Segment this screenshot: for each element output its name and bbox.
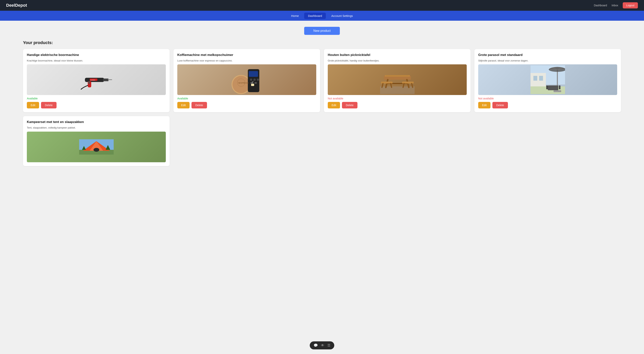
product-card-3: Houten buiten picknicktafel Grote pickni…: [324, 49, 470, 112]
product-card-5: Kampeerset met tent en slaapzakken Tent,…: [23, 116, 170, 166]
new-product-button[interactable]: New product: [304, 27, 340, 35]
drill-svg: metabo: [79, 68, 114, 91]
svg-rect-6: [88, 81, 90, 84]
product-title-3: Houten buiten picknicktafel: [328, 53, 467, 57]
delete-button-4[interactable]: Delete: [492, 102, 508, 108]
edit-button-1[interactable]: Edit: [27, 102, 39, 108]
product-desc-4: Stijlvolle parasol, ideaal voor zomerse …: [478, 59, 617, 62]
product-desc-5: Tent, slaapzakken, volledig kampeer pakk…: [27, 126, 166, 129]
edit-button-2[interactable]: Edit: [177, 102, 190, 108]
product-card-2: Koffiemachine met melkopschuimer Luxe ko…: [174, 49, 320, 112]
svg-rect-21: [385, 75, 410, 77]
product-card-1: Handige elektrische boormachine Krachtig…: [23, 49, 170, 112]
product-title-2: Koffiemachine met melkopschuimer: [177, 53, 316, 57]
delete-button-2[interactable]: Delete: [192, 102, 207, 108]
svg-rect-47: [559, 85, 560, 89]
sub-navbar: Home Dashboard Account Settings: [0, 11, 644, 21]
delete-button-1[interactable]: Delete: [41, 102, 56, 108]
product-desc-1: Krachtige boormachine, ideaal voor klein…: [27, 59, 166, 62]
products-grid-row2: Kampeerset met tent en slaapzakken Tent,…: [23, 116, 621, 166]
nav-home[interactable]: Home: [287, 13, 303, 19]
svg-text:NESPRESSO: NESPRESSO: [238, 82, 249, 84]
page-content: New product Your products: Handige elekt…: [0, 21, 644, 172]
svg-rect-10: [249, 71, 258, 77]
svg-rect-46: [546, 85, 548, 89]
svg-rect-35: [534, 76, 537, 81]
coffee-svg: NESPRESSO: [230, 65, 264, 94]
card-actions-4: Edit Delete: [478, 102, 617, 108]
svg-rect-15: [254, 82, 257, 84]
new-product-container: New product: [23, 27, 621, 35]
svg-rect-34: [530, 73, 546, 86]
nav-dashboard[interactable]: Dashboard: [304, 13, 326, 19]
product-image-5: [27, 132, 166, 162]
section-title: Your products:: [23, 40, 621, 45]
svg-rect-2: [108, 79, 112, 80]
inbox-link[interactable]: Inbox: [612, 4, 618, 7]
svg-rect-44: [554, 90, 561, 92]
product-desc-2: Luxe koffiemachine voor espresso en capp…: [177, 59, 316, 62]
product-status-3: Not available: [328, 97, 467, 100]
product-image-2: NESPRESSO: [177, 64, 316, 95]
brand-logo: DeelDepot: [6, 3, 27, 8]
nav-account-settings[interactable]: Account Settings: [327, 13, 357, 19]
card-actions-2: Edit Delete: [177, 102, 316, 108]
svg-rect-1: [103, 78, 108, 81]
svg-rect-45: [548, 85, 558, 90]
edit-button-3[interactable]: Edit: [328, 102, 340, 108]
svg-text:metabo: metabo: [90, 79, 96, 81]
table-svg: [380, 65, 414, 94]
card-actions-3: Edit Delete: [328, 102, 467, 108]
top-nav-right: Dashboard Inbox Logout: [594, 2, 638, 8]
product-title-5: Kampeerset met tent en slaapzakken: [27, 120, 166, 124]
products-grid: Handige elektrische boormachine Krachtig…: [23, 49, 621, 112]
product-image-4: [478, 64, 617, 95]
camping-svg: [79, 139, 114, 155]
svg-rect-36: [539, 76, 543, 81]
product-status-4: Not available: [478, 97, 617, 100]
card-actions-1: Edit Delete: [27, 102, 166, 108]
product-title-1: Handige elektrische boormachine: [27, 53, 166, 57]
product-desc-3: Grote picknicktafel, handig voor buitenf…: [328, 59, 467, 62]
product-image-1: metabo: [27, 64, 166, 95]
svg-point-13: [257, 78, 259, 81]
top-navbar: DeelDepot Dashboard Inbox Logout: [0, 0, 644, 11]
svg-rect-16: [251, 84, 254, 86]
logout-button[interactable]: Logout: [623, 2, 638, 8]
svg-point-12: [254, 78, 256, 81]
svg-point-11: [250, 78, 252, 81]
product-image-3: [328, 64, 467, 95]
svg-point-52: [94, 148, 99, 152]
product-title-4: Grote parasol met standaard: [478, 53, 617, 57]
dashboard-link[interactable]: Dashboard: [594, 4, 607, 7]
product-status-1: Available: [27, 97, 166, 100]
product-card-4: Grote parasol met standaard Stijlvolle p…: [474, 49, 621, 112]
product-status-2: Available: [177, 97, 316, 100]
delete-button-3[interactable]: Delete: [342, 102, 357, 108]
parasol-svg: [530, 65, 565, 94]
edit-button-4[interactable]: Edit: [478, 102, 490, 108]
